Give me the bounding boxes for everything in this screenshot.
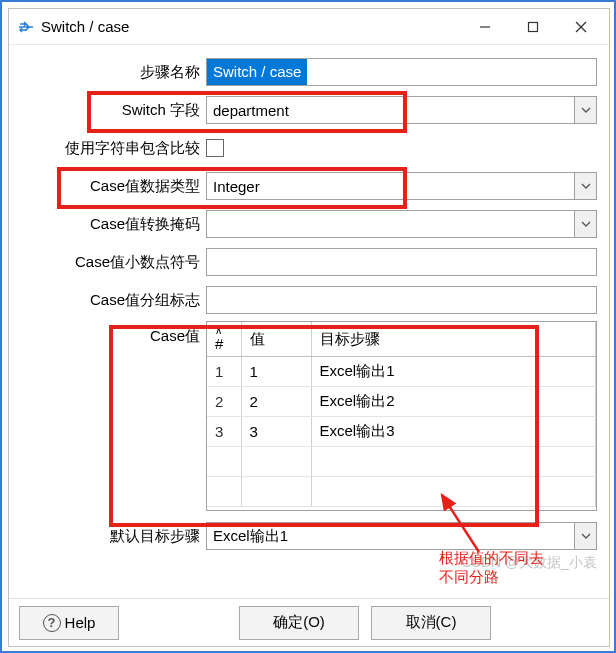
table-row[interactable]: 1 1 Excel输出1 (207, 357, 596, 387)
maximize-button[interactable] (509, 9, 557, 45)
switch-field-dropdown-button[interactable] (574, 96, 597, 124)
switch-field-input[interactable] (206, 96, 574, 124)
case-mask-label: Case值转换掩码 (21, 215, 206, 234)
step-name-input[interactable]: Switch / case (206, 58, 597, 86)
ok-button[interactable]: 确定(O) (239, 606, 359, 640)
close-button[interactable] (557, 9, 605, 45)
help-icon: ? (43, 614, 61, 632)
default-target-input[interactable] (206, 522, 574, 550)
contains-compare-label: 使用字符串包含比较 (21, 139, 206, 158)
default-target-label: 默认目标步骤 (21, 527, 206, 546)
contains-compare-checkbox[interactable] (206, 139, 224, 157)
col-target: 目标步骤 (311, 322, 596, 357)
help-button[interactable]: ? Help (19, 606, 119, 640)
case-group-label: Case值分组标志 (21, 291, 206, 310)
window-title: Switch / case (41, 18, 129, 35)
col-index: ∧# (215, 326, 233, 352)
case-type-dropdown-button[interactable] (574, 172, 597, 200)
case-mask-input[interactable] (206, 210, 574, 238)
switch-field-label: Switch 字段 (21, 101, 206, 120)
case-decimal-input[interactable] (206, 248, 597, 276)
case-mask-dropdown-button[interactable] (574, 210, 597, 238)
case-type-label: Case值数据类型 (21, 177, 206, 196)
minimize-button[interactable] (461, 9, 509, 45)
case-values-label: Case值 (21, 321, 206, 511)
case-decimal-label: Case值小数点符号 (21, 253, 206, 272)
case-group-input[interactable] (206, 286, 597, 314)
dialog-footer: ? Help 确定(O) 取消(C) (9, 598, 609, 646)
cancel-button[interactable]: 取消(C) (371, 606, 491, 640)
step-name-label: 步骤名称 (21, 63, 206, 82)
title-bar: Switch / case (9, 9, 609, 45)
svg-rect-1 (529, 22, 538, 31)
table-row[interactable]: 2 2 Excel输出2 (207, 387, 596, 417)
app-arrow-icon (17, 18, 35, 36)
table-row[interactable]: 3 3 Excel输出3 (207, 417, 596, 447)
table-row[interactable]: . (207, 447, 596, 477)
default-target-dropdown-button[interactable] (574, 522, 597, 550)
col-value: 值 (241, 322, 311, 357)
case-type-input[interactable] (206, 172, 574, 200)
annotation-text: 根据值的不同去 不同分路 (439, 549, 544, 587)
table-row[interactable]: . (207, 477, 596, 507)
dialog-window: Switch / case 步骤名称 Switch / case (8, 8, 610, 647)
case-values-grid[interactable]: ∧# 值 目标步骤 1 1 Excel输出1 (206, 321, 597, 511)
